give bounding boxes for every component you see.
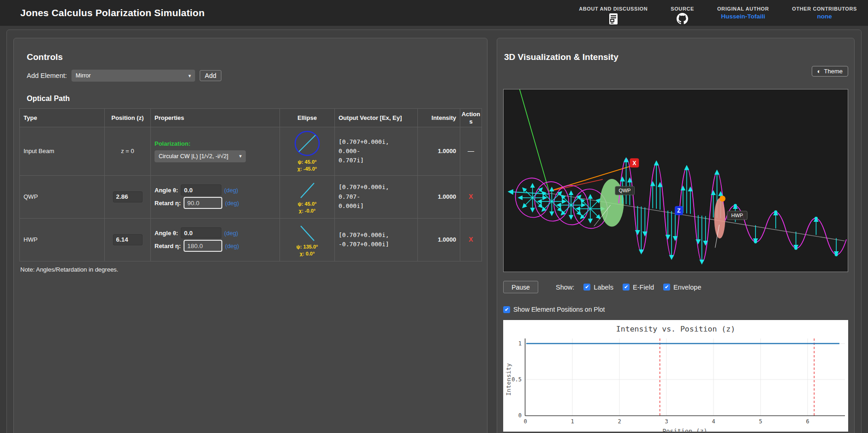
- row1-type: Input Beam: [20, 127, 105, 176]
- hwp-angle-input[interactable]: [181, 227, 221, 238]
- hwp-delete-button[interactable]: X: [469, 236, 473, 243]
- envelope-checkbox[interactable]: ✔: [663, 284, 670, 291]
- labels-toggle[interactable]: ✔ Labels: [583, 284, 613, 291]
- row1-chi: χ: -45.0°: [297, 166, 317, 172]
- optical-path-heading: Optical Path: [27, 95, 482, 103]
- efield-checkbox[interactable]: ✔: [623, 284, 630, 291]
- row2-intensity: 1.0000: [418, 175, 460, 218]
- table-row-input-beam: Input Beam z = 0 Polarization: Circular …: [20, 127, 482, 176]
- z-axis-line: [549, 193, 844, 241]
- about-link-group[interactable]: ABOUT AND DISCUSSION: [579, 1, 648, 25]
- viz-heading: 3D Visualization & Intensity: [504, 52, 848, 62]
- three-d-canvas[interactable]: X Z QWP HWP: [503, 89, 848, 272]
- polarization-ellipse-line-up: [293, 179, 321, 201]
- svg-text:1: 1: [518, 340, 522, 347]
- hwp-retard-unit: (deg): [225, 243, 239, 249]
- qwp-retard-unit: (deg): [225, 200, 239, 207]
- envelope-toggle[interactable]: ✔ Envelope: [663, 284, 701, 291]
- about-label: ABOUT AND DISCUSSION: [579, 6, 648, 12]
- qwp-retard-label: Retard η:: [155, 200, 181, 207]
- document-icon[interactable]: [608, 13, 618, 25]
- table-row-qwp: QWP Angle θ: (deg) Retard η:: [20, 175, 482, 218]
- qwp-position-input[interactable]: [113, 191, 143, 202]
- row2-type: QWP: [20, 175, 105, 218]
- col-position: Position (z): [105, 109, 151, 127]
- x-axis-red-line: [549, 179, 602, 191]
- col-intensity: Intensity: [418, 109, 460, 127]
- theme-button[interactable]: ◐ Theme: [812, 66, 848, 77]
- svg-text:X: X: [632, 160, 636, 166]
- contributors-link[interactable]: none: [817, 13, 832, 20]
- app-title: Jones Calculus Polarization Simulation: [20, 7, 205, 18]
- author-label: ORIGINAL AUTHOR: [717, 6, 769, 12]
- intensity-chart[interactable]: Intensity vs. Position (z) Intensity 0 0…: [503, 320, 848, 432]
- col-properties: Properties: [151, 109, 280, 127]
- x-axis-label-badge: X: [630, 158, 639, 167]
- row1-position: z = 0: [105, 127, 151, 176]
- svg-text:5: 5: [759, 418, 762, 425]
- qwp-angle-unit: (deg): [224, 187, 238, 194]
- chevron-down-icon: ▾: [189, 73, 191, 79]
- polarization-label: Polarization:: [155, 140, 276, 147]
- row1-intensity: 1.0000: [418, 127, 460, 176]
- svg-text:1: 1: [571, 418, 574, 425]
- controls-panel: Controls Add Element: Mirror ▾ Add Optic…: [13, 38, 488, 433]
- col-output: Output Vector [Ex, Ey]: [335, 109, 418, 127]
- efield-wave-large: [619, 159, 725, 262]
- row3-intensity: 1.0000: [418, 218, 460, 261]
- theme-icon: ◐: [817, 68, 821, 75]
- svg-text:0: 0: [523, 418, 527, 425]
- source-link-group[interactable]: SOURCE: [671, 1, 694, 25]
- add-element-row: Add Element: Mirror ▾ Add: [27, 70, 482, 82]
- polarization-select[interactable]: Circular CW |L) [1/√2, -i/√2] ▾: [155, 150, 246, 162]
- labels-checkbox[interactable]: ✔: [583, 284, 590, 291]
- hwp-angle-label: Angle θ:: [155, 230, 178, 237]
- contributors-label: OTHER CONTRIBUTORS: [792, 6, 857, 12]
- qwp-delete-button[interactable]: X: [469, 193, 473, 200]
- chevron-down-icon: ▾: [239, 153, 242, 159]
- row1-output-vector: [0.707+0.000i, 0.000- 0.707i]: [335, 127, 418, 176]
- hwp-position-dot: [719, 196, 725, 202]
- author-link[interactable]: Hussein-Tofaili: [721, 13, 765, 20]
- hwp-position-input[interactable]: [113, 234, 143, 245]
- add-button[interactable]: Add: [200, 70, 221, 81]
- qwp-retard-input[interactable]: [184, 197, 222, 209]
- plot-positions-checkbox[interactable]: ✔: [503, 306, 510, 313]
- row2-chi: χ: -0.0°: [299, 208, 315, 214]
- chart-grid: [525, 338, 845, 415]
- col-actions: Actions: [460, 109, 482, 127]
- main-wrapper: Controls Add Element: Mirror ▾ Add Optic…: [6, 30, 862, 433]
- col-type: Type: [20, 109, 105, 127]
- hwp-retard-input[interactable]: [184, 240, 222, 252]
- svg-text:HWP: HWP: [731, 213, 743, 218]
- row3-chi: χ: 0.0°: [300, 250, 315, 257]
- svg-text:0.5: 0.5: [511, 376, 522, 383]
- github-icon[interactable]: [677, 13, 688, 25]
- qwp-angle-label: Angle θ:: [155, 187, 178, 194]
- polarization-selected-value: Circular CW |L) [1/√2, -i/√2]: [159, 153, 228, 160]
- circular-polarization-rings: [512, 175, 611, 231]
- add-element-select[interactable]: Mirror ▾: [71, 70, 195, 82]
- chart-title: Intensity vs. Position (z): [616, 325, 735, 333]
- pause-button[interactable]: Pause: [503, 281, 538, 293]
- table-header-row: Type Position (z) Properties Ellipse Out…: [20, 109, 482, 127]
- add-element-selected-value: Mirror: [76, 72, 91, 79]
- hwp-retard-label: Retard η:: [155, 243, 181, 249]
- svg-text:QWP: QWP: [618, 188, 630, 193]
- plot-positions-toggle[interactable]: ✔ Show Element Positions on Plot: [503, 306, 848, 313]
- row2-output-vector: [0.707+0.000i, 0.707- 0.000i]: [335, 175, 418, 218]
- hwp-angle-unit: (deg): [224, 230, 238, 237]
- efield-toggle[interactable]: ✔ E-Field: [623, 284, 654, 291]
- qwp-angle-input[interactable]: [181, 184, 221, 196]
- hwp-disk[interactable]: [714, 198, 725, 239]
- table-row-hwp: HWP Angle θ: (deg) Retard η:: [20, 218, 482, 261]
- svg-text:Z: Z: [677, 208, 680, 214]
- polarization-ellipse-circle: [293, 130, 321, 159]
- playback-controls: Pause Show: ✔ Labels ✔ E-Field ✔ Envelop…: [503, 281, 848, 293]
- qwp-label-badge: QWP: [615, 186, 635, 195]
- svg-text:6: 6: [806, 418, 809, 425]
- row1-psi: ψ: 45.0°: [298, 159, 317, 166]
- contributors-group: OTHER CONTRIBUTORS none: [792, 1, 857, 20]
- viz-panel: 3D Visualization & Intensity ◐ Theme: [497, 38, 855, 433]
- author-group: ORIGINAL AUTHOR Hussein-Tofaili: [717, 1, 769, 20]
